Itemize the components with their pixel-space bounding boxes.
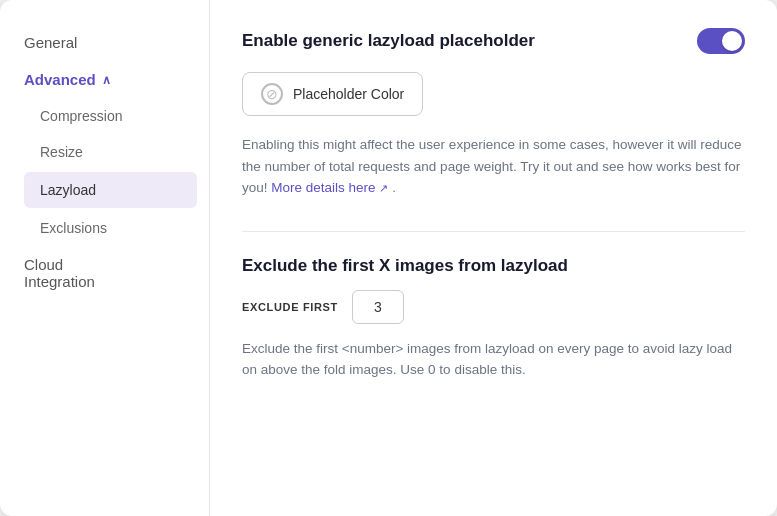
lazyload-placeholder-section: Enable generic lazyload placeholder ⊘ Pl…	[242, 28, 745, 199]
sidebar-item-cloud-label: CloudIntegration	[24, 256, 95, 290]
placeholder-color-label: Placeholder Color	[293, 86, 404, 102]
toggle-track	[697, 28, 745, 54]
section-divider	[242, 231, 745, 232]
sidebar-item-advanced-label: Advanced	[24, 71, 96, 88]
sidebar-item-advanced[interactable]: Advanced ∧	[0, 61, 209, 98]
sidebar-item-cloud-integration[interactable]: CloudIntegration	[0, 246, 209, 300]
color-picker-icon: ⊘	[261, 83, 283, 105]
exclude-first-input[interactable]	[352, 290, 404, 324]
sidebar-sub-item-lazyload[interactable]: Lazyload	[24, 172, 197, 208]
exclude-images-section: Exclude the first X images from lazyload…	[242, 256, 745, 381]
sidebar-sub-item-resize[interactable]: Resize	[0, 134, 209, 170]
external-link-icon: ↗︎	[379, 180, 388, 198]
app-container: General Advanced ∧ Compression Resize La…	[0, 0, 777, 516]
lazyload-toggle[interactable]	[697, 28, 745, 54]
exclude-label-row: EXCLUDE FIRST	[242, 290, 745, 324]
sidebar-sub-item-exclusions[interactable]: Exclusions	[0, 210, 209, 246]
sidebar-item-general-label: General	[24, 34, 77, 51]
sidebar-sub-item-compression[interactable]: Compression	[0, 98, 209, 134]
exclude-first-label: EXCLUDE FIRST	[242, 301, 338, 313]
more-details-link[interactable]: More details here ↗︎	[271, 180, 392, 195]
main-content: Enable generic lazyload placeholder ⊘ Pl…	[210, 0, 777, 516]
lazyload-info-text: Enabling this might affect the user expe…	[242, 134, 745, 199]
toggle-thumb	[722, 31, 742, 51]
placeholder-color-button[interactable]: ⊘ Placeholder Color	[242, 72, 423, 116]
section-title-exclude: Exclude the first X images from lazyload	[242, 256, 745, 276]
exclude-description: Exclude the first <number> images from l…	[242, 338, 745, 381]
section-title-lazyload: Enable generic lazyload placeholder	[242, 31, 535, 51]
section-header: Enable generic lazyload placeholder	[242, 28, 745, 54]
sidebar-item-general[interactable]: General	[0, 24, 209, 61]
chevron-up-icon: ∧	[102, 73, 111, 87]
sidebar: General Advanced ∧ Compression Resize La…	[0, 0, 210, 516]
